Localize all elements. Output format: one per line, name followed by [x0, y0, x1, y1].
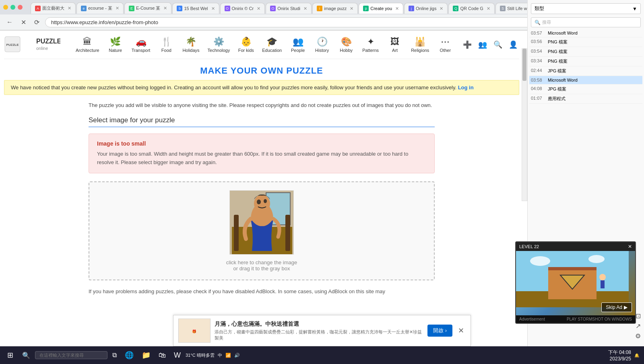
list-item[interactable]: 03:57 Microsoft Word: [529, 29, 642, 37]
list-item[interactable]: 04:08 JPG 檔案: [529, 84, 642, 94]
tab-4[interactable]: b15 Best Wel✕: [172, 3, 219, 14]
login-link[interactable]: Log in: [458, 84, 474, 90]
ad-skip-btn[interactable]: Skip Ad ▶: [601, 302, 632, 312]
tab-5[interactable]: OOnirix © Cr✕: [220, 3, 265, 14]
svg-text:online: online: [36, 46, 48, 51]
maximize-btn[interactable]: [10, 5, 15, 10]
architecture-icon: 🏛: [83, 37, 92, 47]
tab-bar: A面立藝術大✕ eecourse - 某✕ EE-Course 某✕ b15 B…: [27, 1, 553, 14]
nav-patterns[interactable]: ✦Patterns: [359, 35, 382, 54]
nav-art[interactable]: 🖼Art: [384, 35, 406, 54]
nav-hobby[interactable]: 🎨Hobby: [335, 35, 357, 54]
error-message: Your image is too small. Width and heigh…: [97, 150, 426, 167]
scrollbar[interactable]: [522, 48, 527, 201]
task-view-btn[interactable]: ⧉: [109, 350, 120, 360]
art-icon: 🖼: [390, 37, 399, 47]
svg-rect-12: [234, 215, 239, 251]
list-item[interactable]: 03:34 PNG 檔案: [529, 57, 642, 66]
tab-10[interactable]: QQR Code G✕: [448, 3, 494, 14]
close-btn[interactable]: [18, 5, 23, 10]
nav-other[interactable]: ⋯Other: [434, 35, 456, 54]
reload-btn[interactable]: ⟳: [32, 18, 42, 27]
list-item[interactable]: 03:56 PNG 檔案: [529, 37, 642, 47]
svg-point-15: [530, 256, 550, 266]
volume-icon: 🔊: [234, 353, 240, 358]
transport-icon: 🚗: [136, 37, 147, 47]
nav-people[interactable]: 👥People: [287, 35, 309, 54]
other-icon: ⋯: [441, 37, 450, 47]
logo[interactable]: PUZZLE PUZZLE online: [4, 35, 60, 55]
ad-header: LEVEL 22 ✕: [516, 242, 635, 251]
nav-architecture[interactable]: 🏛Architecture: [72, 35, 103, 54]
nav-forkids[interactable]: 👶For kids: [235, 35, 257, 54]
ad-footer-right: PLAY STORMSHOT ON WINDOWS: [567, 317, 632, 321]
tab-2[interactable]: eecourse - 某✕: [76, 2, 124, 14]
svg-point-10: [257, 199, 261, 204]
add-puzzle-btn[interactable]: ➕: [461, 39, 473, 51]
list-item[interactable]: 02:44 JPG 檔案: [529, 66, 642, 76]
nav-technology[interactable]: ⚙️Technology: [204, 35, 233, 54]
user-btn[interactable]: 👤: [507, 39, 519, 51]
taskbar-store-btn[interactable]: 🛍: [155, 350, 169, 361]
image-upload-area[interactable]: click here to change the image or drag i…: [89, 181, 435, 280]
search-btn[interactable]: 🔍: [492, 39, 504, 51]
error-title: Image is too small: [97, 140, 426, 147]
ad-cta-btn[interactable]: 開啟 ›: [427, 325, 452, 337]
education-icon: 🎓: [266, 37, 277, 47]
panel-share-btn[interactable]: ↗: [635, 322, 641, 330]
ad-level: LEVEL 22: [519, 244, 539, 249]
taskbar-search[interactable]: [35, 351, 107, 359]
tab-9[interactable]: jOnline jigs✕: [404, 3, 448, 14]
copyright-notice: The puzzle you add will be visible to an…: [89, 101, 435, 110]
nav-religions[interactable]: 🕌Religions: [408, 35, 432, 54]
clock-time: 下午 04:08: [608, 349, 631, 356]
forward-btn[interactable]: ✕: [19, 18, 29, 27]
notice-text: We have noticed that you create new puzz…: [11, 84, 456, 90]
svg-text:PUZZLE: PUZZLE: [36, 38, 60, 45]
list-item[interactable]: 01:07 應用程式: [529, 94, 642, 104]
nav-history[interactable]: 🕐History: [311, 35, 333, 54]
ad-image: 🎁: [178, 319, 211, 343]
taskbar-word-btn[interactable]: W: [171, 350, 184, 361]
taskbar-clock: 下午 04:08 2023/9/25: [608, 349, 631, 362]
tab-8-active[interactable]: pCreate you✕: [359, 3, 403, 14]
bottom-ad-banner: 🎁 月滿，心意也滿滿。中秋送禮首選 添自己方，砌畫中益四藝製成疊疊二仙彩，提解嘗…: [173, 315, 471, 346]
panel-dropdown[interactable]: 類型 ▼: [531, 3, 641, 14]
main-content: The puzzle you add will be visible to an…: [89, 101, 435, 311]
nav-transport[interactable]: 🚗Transport: [128, 35, 154, 54]
panel-expand-btn[interactable]: ⊡: [635, 312, 641, 320]
site-wrapper: PUZZLE PUZZLE online 🏛Architecture 🌿Natu…: [0, 31, 523, 311]
tab-3[interactable]: EE-Course 某✕: [124, 2, 172, 14]
back-btn[interactable]: ←: [4, 18, 15, 27]
ad-banner-close-btn[interactable]: ✕: [456, 325, 466, 337]
nav-holidays[interactable]: 🌴Holidays: [179, 35, 202, 54]
taskbar-edge-btn[interactable]: 🌐: [122, 349, 137, 361]
notification-btn[interactable]: 🔔: [633, 352, 641, 358]
nav-education[interactable]: 🎓Education: [259, 35, 285, 54]
list-item[interactable]: 03:54 PNG 檔案: [529, 47, 642, 57]
ad-body: Play now Skip Ad ▶: [516, 251, 635, 315]
search-taskbar-btn[interactable]: 🔍: [19, 350, 33, 361]
svg-rect-22: [601, 280, 605, 288]
nav-nature[interactable]: 🌿Nature: [104, 35, 127, 54]
ad-footer: Advertisement PLAY STORMSHOT ON WINDOWS: [516, 315, 635, 323]
history-icon: 🕐: [317, 37, 328, 47]
start-btn[interactable]: ⊞: [3, 349, 17, 361]
minimize-btn[interactable]: [3, 5, 8, 10]
header-actions: ➕ 👥 🔍 👤: [461, 39, 519, 51]
tab-1[interactable]: A面立藝術大✕: [31, 2, 76, 14]
tab-6[interactable]: OOnirix Studi✕: [266, 3, 312, 14]
nav-food[interactable]: 🍴Food: [155, 35, 178, 54]
friends-btn[interactable]: 👥: [477, 39, 489, 51]
ad-close-btn[interactable]: ✕: [628, 244, 632, 249]
panel-settings-btn[interactable]: ⚙: [635, 332, 641, 340]
taskbar-file-btn[interactable]: 📁: [138, 349, 154, 361]
tab-7[interactable]: iimage puzz✕: [312, 3, 358, 14]
ad-footer-left: Advertisement: [519, 317, 545, 321]
wifi-icon: 📶: [225, 353, 231, 358]
list-item-selected[interactable]: 03:58 Microsoft Word: [529, 76, 642, 84]
ad-overlay: LEVEL 22 ✕ Play now Skip Ad ▶ Adve: [515, 241, 636, 324]
panel-search[interactable]: 🔍 搜尋: [531, 17, 641, 27]
address-bar[interactable]: [45, 17, 545, 27]
upload-drag-hint: or drag it to the gray box: [233, 265, 290, 271]
